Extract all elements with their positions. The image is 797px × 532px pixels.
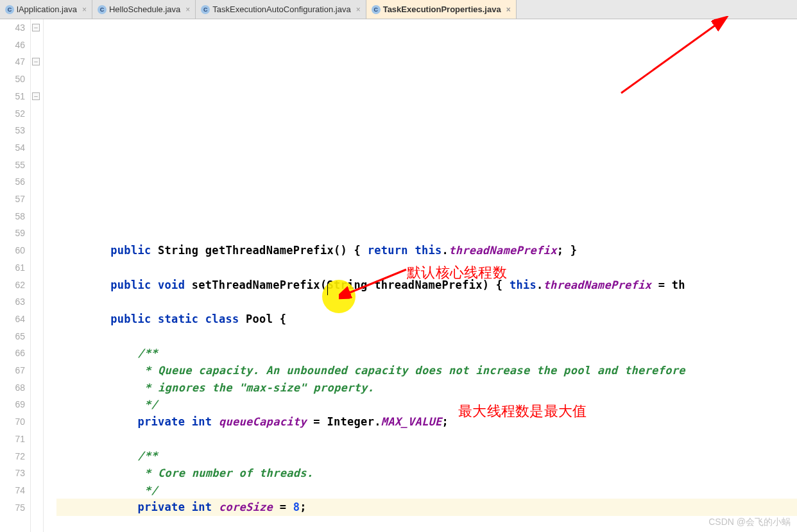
line-number: 56 <box>0 173 25 191</box>
code-line[interactable]: */ <box>56 396 797 413</box>
tab-3[interactable]: CTaskExecutionProperties.java× <box>366 0 517 19</box>
line-number: 62 <box>0 277 25 294</box>
code-content[interactable]: 默认核心线程数 最大线程数是最大值 public String getThrea… <box>44 19 797 532</box>
line-number: 73 <box>0 465 25 482</box>
line-number: 50 <box>0 71 25 88</box>
line-number: 67 <box>0 362 25 379</box>
svg-line-0 <box>621 24 717 93</box>
line-number: 70 <box>0 413 25 431</box>
java-class-icon: C <box>201 5 210 14</box>
line-number: 63 <box>0 293 25 311</box>
code-line[interactable]: /** <box>56 447 797 465</box>
code-line[interactable]: * ignores the "max-size" property. <box>56 379 797 397</box>
line-number: 51 <box>0 88 25 105</box>
tab-0[interactable]: ClApplication.java× <box>0 0 92 19</box>
java-class-icon: C <box>372 5 381 14</box>
code-line[interactable]: private int coreSize = 8; <box>56 499 797 516</box>
code-line[interactable]: * Queue capacity. An unbounded capacity … <box>56 362 797 379</box>
code-line[interactable]: */ <box>56 482 797 499</box>
text-caret <box>327 282 328 295</box>
line-number-gutter: 4346475051525354555657585960616263646566… <box>0 19 31 532</box>
code-line[interactable] <box>56 293 797 311</box>
line-number: 57 <box>0 191 25 208</box>
line-number: 59 <box>0 225 25 242</box>
tab-label: lApplication.java <box>17 4 77 14</box>
annotation-max-threads: 最大线程数是最大值 <box>458 403 587 420</box>
fold-toggle-icon[interactable]: – <box>32 58 40 65</box>
close-icon[interactable]: × <box>82 5 87 14</box>
line-number: 52 <box>0 105 25 123</box>
close-icon[interactable]: × <box>356 5 361 14</box>
line-number: 47 <box>0 53 25 71</box>
close-icon[interactable]: × <box>185 5 190 14</box>
line-number: 65 <box>0 328 25 345</box>
tab-label: TaskExecutionProperties.java <box>383 4 501 14</box>
code-line[interactable] <box>56 431 797 448</box>
close-icon[interactable]: × <box>506 5 511 14</box>
line-number: 69 <box>0 396 25 413</box>
tab-label: HelloSchedule.java <box>109 4 180 14</box>
fold-toggle-icon[interactable]: – <box>32 24 40 31</box>
tab-label: TaskExecutionAutoConfiguration.java <box>212 4 350 14</box>
fold-column: ––– <box>31 19 44 532</box>
line-number: 43 <box>0 19 25 37</box>
code-line[interactable]: * Core number of threads. <box>56 465 797 482</box>
arrow-to-coresize <box>339 263 416 302</box>
line-number: 74 <box>0 482 25 499</box>
line-number: 66 <box>0 345 25 362</box>
line-number: 55 <box>0 157 25 174</box>
line-number: 58 <box>0 208 25 225</box>
code-line[interactable]: public String getThreadNamePrefix() { re… <box>56 242 797 259</box>
line-number: 75 <box>0 499 25 517</box>
fold-toggle-icon[interactable]: – <box>32 92 40 100</box>
code-line[interactable]: public static class Pool { <box>56 311 797 328</box>
tab-1[interactable]: CHelloSchedule.java× <box>92 0 196 19</box>
line-number: 60 <box>0 242 25 259</box>
java-class-icon: C <box>98 5 107 14</box>
arrow-to-active-tab <box>608 16 730 99</box>
annotation-core-threads: 默认核心线程数 <box>407 264 507 282</box>
line-number: 71 <box>0 431 25 448</box>
line-number: 64 <box>0 311 25 328</box>
line-number: 61 <box>0 259 25 277</box>
code-line[interactable] <box>56 328 797 345</box>
line-number: 54 <box>0 139 25 157</box>
svg-line-1 <box>347 270 406 294</box>
tab-2[interactable]: CTaskExecutionAutoConfiguration.java× <box>196 0 366 19</box>
code-line[interactable]: private int queueCapacity = Integer.MAX_… <box>56 413 797 431</box>
line-number: 46 <box>0 37 25 54</box>
code-line[interactable]: /** <box>56 345 797 362</box>
line-number: 72 <box>0 448 25 465</box>
code-line[interactable] <box>56 516 797 532</box>
line-number: 53 <box>0 122 25 139</box>
java-class-icon: C <box>5 5 14 14</box>
line-number: 68 <box>0 379 25 397</box>
editor-area: 4346475051525354555657585960616263646566… <box>0 19 797 532</box>
